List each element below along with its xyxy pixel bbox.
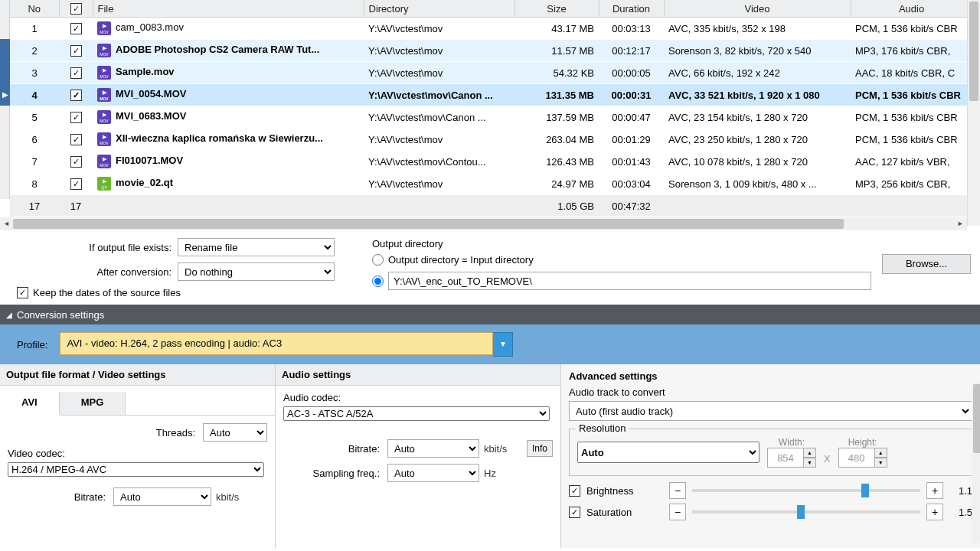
sampling-freq-select[interactable]: Auto	[387, 464, 479, 482]
table-row[interactable]: 8✓movie_02.qtY:\AV\vctest\mov24.97 MB00:…	[10, 173, 972, 195]
threads-select[interactable]: Auto	[203, 423, 267, 442]
col-no[interactable]: No	[10, 0, 59, 18]
col-file[interactable]: File	[93, 0, 364, 18]
tab-mpg[interactable]: MPG	[60, 392, 126, 415]
selected-row-bar	[0, 39, 10, 61]
if-exists-select[interactable]: Rename file	[178, 238, 335, 256]
col-check[interactable]: ✓	[59, 0, 93, 18]
file-icon	[97, 44, 111, 57]
collapse-icon: ◢	[6, 311, 12, 319]
row-checkbox[interactable]: ✓	[70, 45, 82, 57]
video-bitrate-unit: kbit/s	[216, 491, 239, 503]
after-conversion-select[interactable]: Do nothing	[178, 262, 335, 281]
file-icon	[97, 66, 111, 80]
spin-up-icon[interactable]: ▲	[804, 448, 816, 458]
audio-settings-header: Audio settings	[276, 364, 560, 386]
table-row[interactable]: 4✓MVI_0054.MOVY:\AV\vctest\mov\Canon ...…	[10, 84, 972, 106]
vertical-scrollbar[interactable]	[967, 0, 980, 226]
file-table[interactable]: No ✓ File Directory Size Duration Video …	[10, 0, 973, 217]
width-input[interactable]	[767, 448, 804, 468]
col-vid[interactable]: Video	[664, 0, 851, 18]
col-aud[interactable]: Audio	[851, 0, 972, 18]
table-row[interactable]: 5✓MVI_0683.MOVY:\AV\vctest\mov\Canon ...…	[10, 106, 972, 129]
output-custom-radio[interactable]	[372, 276, 384, 287]
header-checkbox[interactable]: ✓	[70, 3, 82, 15]
col-dur[interactable]: Duration	[599, 0, 664, 18]
scroll-right-icon[interactable]: ►	[954, 217, 967, 230]
row-checkbox[interactable]: ✓	[70, 134, 82, 145]
profile-dropdown-icon[interactable]: ▼	[493, 332, 513, 357]
output-same-radio[interactable]	[372, 254, 384, 266]
row-checkbox[interactable]: ✓	[70, 156, 82, 168]
horizontal-scrollbar[interactable]: ◄ ►	[0, 217, 967, 230]
browse-button[interactable]: Browse...	[882, 254, 971, 274]
file-icon	[97, 110, 111, 124]
advanced-scrollbar[interactable]	[972, 383, 980, 543]
conversion-settings-header[interactable]: ◢ Conversion settings	[0, 305, 980, 324]
brightness-plus-button[interactable]: +	[926, 482, 943, 499]
audio-track-select[interactable]: Auto (first audio track)	[569, 401, 972, 421]
conversion-settings-title: Conversion settings	[17, 309, 104, 321]
col-dir[interactable]: Directory	[364, 0, 514, 18]
output-same-label: Output directory = Input directory	[388, 254, 534, 266]
output-dir-label: Output directory	[372, 238, 971, 249]
audio-bitrate-label: Bitrate:	[283, 443, 383, 455]
profile-bar: Profile: AVI - video: H.264, 2 pass enco…	[0, 324, 980, 364]
video-settings-header: Output file format / Video settings	[0, 364, 275, 386]
scroll-left-icon[interactable]: ◄	[0, 217, 13, 230]
spin-down-icon[interactable]: ▼	[875, 458, 887, 468]
brightness-label: Brightness	[586, 485, 663, 497]
brightness-checkbox[interactable]: ✓	[569, 485, 580, 497]
current-row-icon: ▶	[0, 83, 10, 106]
row-checkbox[interactable]: ✓	[70, 67, 82, 79]
keep-dates-checkbox[interactable]: ✓	[17, 287, 28, 298]
profile-label: Profile:	[17, 339, 47, 350]
resolution-title: Resolution	[576, 422, 629, 434]
row-checkbox[interactable]: ✓	[70, 23, 82, 34]
spin-down-icon[interactable]: ▼	[804, 458, 816, 468]
table-row[interactable]: 7✓FI010071.MOVY:\AV\vctest\mov\Contou...…	[10, 151, 972, 173]
profile-value[interactable]: AVI - video: H.264, 2 pass encoding | au…	[60, 332, 493, 355]
info-button[interactable]: Info	[527, 440, 553, 457]
output-path-input[interactable]	[388, 272, 871, 290]
threads-label: Threads:	[156, 427, 198, 439]
row-checkbox[interactable]: ✓	[70, 178, 82, 190]
audio-codec-select[interactable]: AC-3 - ATSC A/52A	[283, 406, 550, 421]
file-icon	[97, 88, 111, 102]
saturation-slider[interactable]	[692, 510, 920, 514]
saturation-minus-button[interactable]: −	[669, 504, 686, 520]
video-bitrate-select[interactable]: Auto	[113, 487, 211, 506]
table-row[interactable]: 6✓XII-wieczna kaplica romańska w Siewier…	[10, 129, 972, 151]
after-conversion-label: After conversion:	[17, 266, 178, 278]
width-label: Width:	[767, 437, 816, 448]
sampling-freq-unit: Hz	[484, 468, 496, 479]
saturation-plus-button[interactable]: +	[926, 504, 943, 520]
keep-dates-label: Keep the dates of the source files	[33, 287, 181, 298]
brightness-slider[interactable]	[692, 489, 920, 492]
video-codec-select[interactable]: H.264 / MPEG-4 AVC	[8, 462, 264, 477]
saturation-checkbox[interactable]: ✓	[569, 507, 580, 518]
tab-avi[interactable]: AVI	[0, 392, 60, 416]
audio-bitrate-select[interactable]: Auto	[387, 439, 479, 458]
table-row[interactable]: 2✓ADOBE Photoshop CS2 Camera RAW Tut...Y…	[10, 40, 972, 62]
row-checkbox[interactable]: ✓	[70, 112, 82, 123]
table-row[interactable]: 3✓Sample.movY:\AV\vctest\mov54.32 KB00:0…	[10, 62, 972, 84]
output-options-pane: If output file exists: Rename file After…	[0, 230, 980, 305]
table-header-row: No ✓ File Directory Size Duration Video …	[10, 0, 972, 18]
video-codec-label: Video codec:	[8, 448, 267, 459]
table-row[interactable]: 1✓cam_0083.movY:\AV\vctest\mov43.17 MB00…	[10, 18, 972, 40]
row-checkbox[interactable]: ✓	[70, 90, 82, 101]
file-icon	[97, 132, 111, 146]
spin-up-icon[interactable]: ▲	[875, 448, 887, 458]
summary-row: 17 17 1.05 GB 00:47:32	[10, 195, 972, 217]
col-size[interactable]: Size	[514, 0, 599, 18]
height-input[interactable]	[838, 448, 875, 468]
file-icon	[97, 21, 111, 35]
resolution-mode-select[interactable]: Auto	[577, 442, 760, 463]
saturation-label: Saturation	[586, 507, 663, 518]
video-bitrate-label: Bitrate:	[63, 491, 109, 503]
if-exists-label: If output file exists:	[17, 242, 178, 253]
settings-columns: Output file format / Video settings AVI …	[0, 364, 980, 548]
height-label: Height:	[838, 437, 887, 448]
brightness-minus-button[interactable]: −	[669, 482, 686, 499]
